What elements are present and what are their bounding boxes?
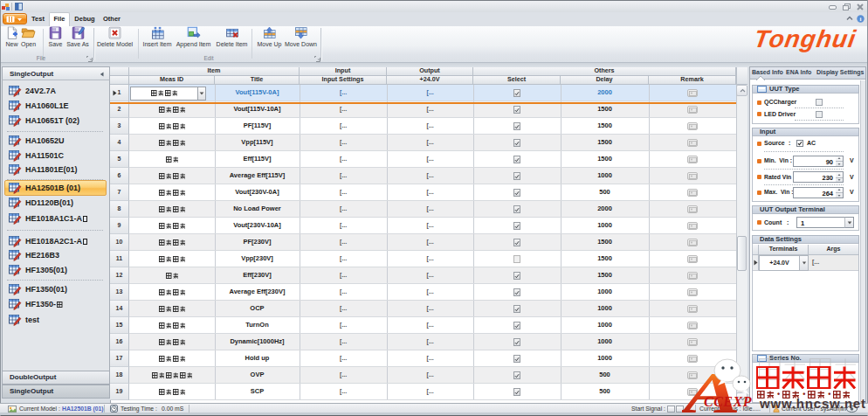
svg-text:i: i [860, 16, 862, 23]
